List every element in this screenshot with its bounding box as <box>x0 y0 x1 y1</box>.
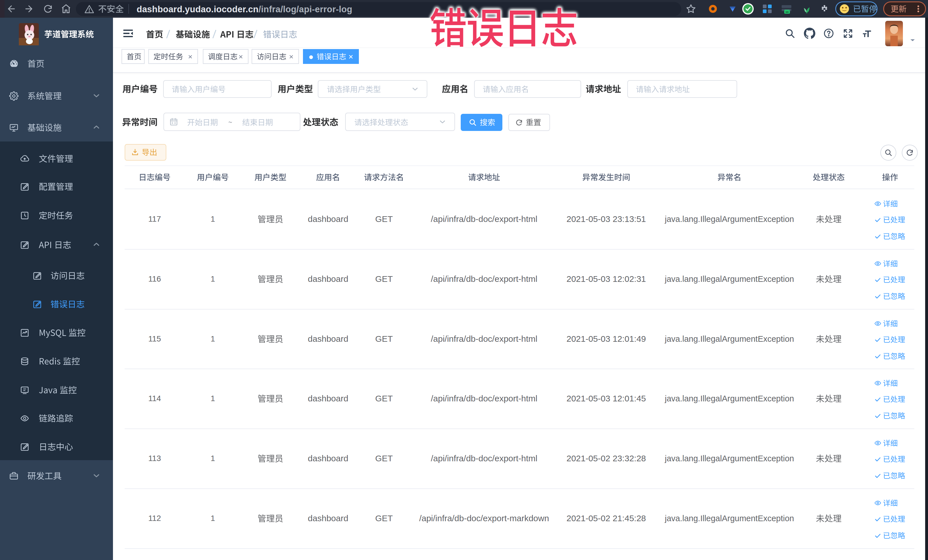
svg-text:on: on <box>786 11 789 14</box>
